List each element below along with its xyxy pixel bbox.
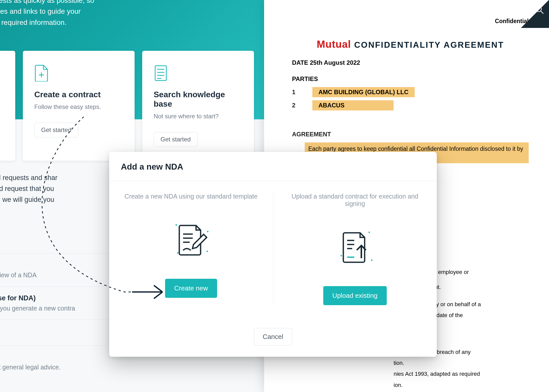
doc-title-rest: CONFIDENTIALITY AGREEMENT [354, 40, 504, 50]
modal-header: Add a new NDA [109, 152, 437, 181]
doc-confidential-label: Confidential [292, 18, 529, 25]
option-lead: Create a new NDA using our standard temp… [117, 193, 265, 200]
hero-text-line: t team with relevant and required inform… [0, 17, 244, 28]
option-upload-existing: Upload a standard contract for execution… [273, 193, 437, 305]
svg-line-8 [541, 11, 543, 14]
party-name-highlight: AMC BUILDING (GLOBAL) LLC [312, 87, 415, 97]
add-nda-modal: Add a new NDA Create a new NDA using our… [109, 152, 437, 357]
modal-body: Create a new NDA using our standard temp… [109, 181, 437, 320]
card-subtitle: the legal team. [0, 85, 4, 92]
action-cards-row: l request the legal team. Create a contr… [0, 51, 254, 161]
get-started-button[interactable]: Get started [34, 123, 78, 137]
option-lead: Upload a standard contract for execution… [281, 193, 429, 207]
request-desc: to create a ticket and request general l… [0, 364, 249, 371]
create-illustration [117, 218, 265, 261]
card-subtitle: Not sure where to start? [154, 113, 243, 120]
card-legal-request[interactable]: l request the legal team. [0, 51, 15, 161]
card-title: l request [0, 71, 4, 81]
svg-point-7 [536, 6, 541, 12]
modal-title: Add a new NDA [121, 162, 425, 172]
card-search-knowledge[interactable]: Search knowledge base Not sure where to … [142, 51, 254, 161]
search-icon [534, 5, 544, 15]
doc-date-row: DATE 25th August 2022 [292, 59, 529, 66]
upload-illustration [281, 225, 429, 268]
doc-title: Mutual CONFIDENTIALITY AGREEMENT [292, 39, 529, 50]
document-lines-icon [154, 65, 168, 81]
party-row: 1 AMC BUILDING (GLOBAL) LLC [292, 87, 529, 97]
upload-existing-button[interactable]: Upload existing [323, 286, 387, 305]
create-new-button[interactable]: Create new [165, 279, 217, 298]
doc-agreement-label: AGREEMENT [292, 131, 529, 138]
party-name-highlight: ABACUS [312, 100, 394, 110]
card-title: Search knowledge base [154, 90, 243, 109]
doc-parties: 1 AMC BUILDING (GLOBAL) LLC 2 ABACUS [292, 87, 529, 110]
card-create-contract[interactable]: Create a contract Follow these easy step… [23, 51, 135, 161]
doc-title-mutual: Mutual [317, 39, 351, 50]
hero-text-line: you with your legal requests as quickly … [0, 0, 244, 6]
doc-corner-fold[interactable] [521, 0, 549, 28]
cancel-button[interactable]: Cancel [254, 328, 292, 346]
get-started-button[interactable]: Get started [154, 132, 198, 147]
card-title: Create a contract [34, 90, 123, 99]
doc-parties-label: PARTIES [292, 75, 529, 83]
file-plus-icon [34, 65, 49, 81]
option-create-new: Create a new NDA using our standard temp… [109, 193, 273, 305]
hero-text-line: following helpful resources and links to… [0, 6, 244, 17]
party-row: 2 ABACUS [292, 100, 529, 110]
modal-footer: Cancel [109, 320, 437, 357]
card-subtitle: Follow these easy steps. [34, 103, 123, 110]
